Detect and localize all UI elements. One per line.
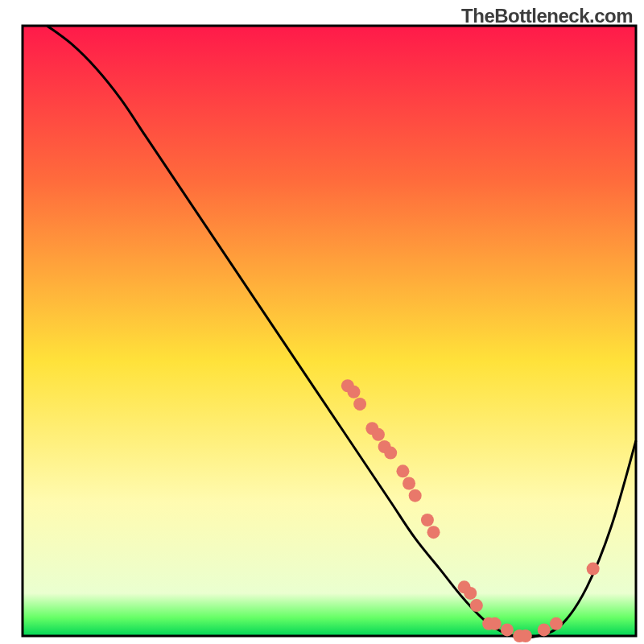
data-point	[550, 617, 563, 630]
data-point	[489, 617, 502, 630]
data-point	[538, 623, 551, 636]
data-point	[421, 514, 434, 526]
data-point	[501, 623, 514, 636]
data-point	[384, 447, 397, 460]
data-point	[427, 526, 440, 539]
data-point	[409, 489, 422, 502]
data-point	[464, 587, 477, 600]
chart-svg	[0, 0, 644, 644]
data-point	[396, 464, 409, 477]
data-point	[402, 477, 415, 490]
data-point	[347, 386, 360, 398]
brand-watermark: TheBottleneck.com	[461, 5, 633, 27]
data-point	[587, 563, 600, 576]
data-point	[353, 398, 366, 411]
data-point	[372, 428, 385, 441]
chart-container: TheBottleneck.com	[0, 0, 644, 644]
data-point	[519, 630, 532, 642]
data-point	[470, 599, 483, 612]
plot-background	[23, 26, 636, 636]
